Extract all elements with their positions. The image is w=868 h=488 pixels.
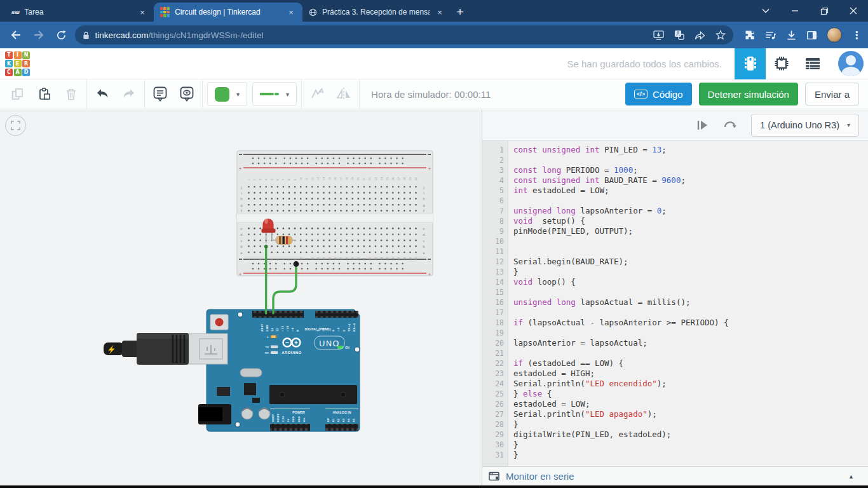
- power-header[interactable]: [270, 424, 310, 431]
- share-icon[interactable]: [695, 30, 705, 40]
- digital-header-left[interactable]: [252, 311, 304, 318]
- close-tab-icon[interactable]: ×: [137, 8, 147, 17]
- code-line[interactable]: const long PERIODO = 1000;: [513, 165, 868, 175]
- code-line[interactable]: }: [513, 440, 868, 450]
- code-line[interactable]: if (estadoLed == LOW) {: [513, 358, 868, 369]
- browser-tab-tinkercad[interactable]: Circuit design | Tinkercad ×: [154, 3, 302, 22]
- browser-profile-avatar[interactable]: [827, 27, 842, 43]
- code-line[interactable]: Serial.println("LED encendido");: [513, 379, 868, 389]
- notes-button[interactable]: [149, 83, 171, 105]
- tab-search-chevron-icon[interactable]: [751, 0, 780, 22]
- tinkercad-profile-avatar[interactable]: [838, 51, 864, 76]
- code-line[interactable]: estadoLed = HIGH;: [513, 369, 868, 379]
- serial-monitor-label: Monitor en serie: [506, 471, 574, 482]
- copy-button[interactable]: [7, 83, 29, 105]
- install-app-icon[interactable]: [653, 30, 664, 40]
- board-selector-dropdown[interactable]: 1 (Arduino Uno R3) ▾: [751, 114, 859, 137]
- redo-button[interactable]: [118, 83, 140, 105]
- translate-icon[interactable]: A: [674, 30, 684, 40]
- code-line[interactable]: [513, 236, 868, 247]
- analog-header[interactable]: [325, 424, 358, 431]
- circuit-canvas[interactable]: + + + + jjiihhggffeeddccbbaa112233445566…: [0, 109, 482, 485]
- code-button[interactable]: </> Código: [625, 83, 692, 105]
- reload-icon[interactable]: [52, 25, 71, 44]
- close-window-icon[interactable]: [839, 0, 868, 22]
- code-line[interactable]: [513, 287, 868, 297]
- restore-window-icon[interactable]: [810, 0, 839, 22]
- expand-monitor-icon[interactable]: ▲: [848, 473, 854, 480]
- code-line[interactable]: [513, 308, 868, 318]
- rotate-button[interactable]: [306, 83, 328, 105]
- bookmark-star-icon[interactable]: [715, 30, 726, 40]
- side-panel-icon[interactable]: [806, 30, 817, 40]
- breadboard-view-button[interactable]: [735, 48, 766, 79]
- media-controls-icon[interactable]: [765, 30, 776, 40]
- forward-icon[interactable]: [29, 25, 48, 44]
- component-color-dropdown[interactable]: ▾: [207, 82, 247, 106]
- line-number: 25: [482, 389, 508, 399]
- code-line[interactable]: if (lapsoActual - lapsoAnterior >= PERIO…: [513, 318, 868, 328]
- code-line[interactable]: }: [513, 450, 868, 460]
- line-number: 30: [482, 440, 508, 450]
- paste-button[interactable]: [34, 83, 55, 105]
- usb-cable[interactable]: [104, 333, 189, 365]
- address-bar[interactable]: tinkercad.com/things/cN1mgdrWSSm-/editel…: [75, 25, 733, 44]
- code-line[interactable]: int estadoLed = LOW;: [513, 186, 868, 196]
- browser-tab-practica[interactable]: Práctica 3. Recepción de mensaj ×: [302, 3, 451, 22]
- code-line[interactable]: const unsigned int BAUD_RATE = 9600;: [513, 175, 868, 186]
- code-line[interactable]: void setup() {: [513, 216, 868, 226]
- code-line[interactable]: Serial.println("LED apagado");: [513, 409, 868, 419]
- code-editor[interactable]: 1234567891011121314151617181920212223242…: [482, 141, 868, 466]
- toggle-notes-visibility-button[interactable]: [176, 83, 198, 105]
- stop-simulation-button[interactable]: Detener simulación: [699, 83, 798, 105]
- code-lines[interactable]: const unsigned int PIN_LED = 13;const lo…: [508, 141, 868, 466]
- rail-connection-dot[interactable]: [294, 261, 299, 267]
- restart-loop-icon[interactable]: [723, 119, 737, 131]
- svg-text:2: 2: [253, 259, 256, 261]
- svg-text:~3: ~3: [337, 327, 340, 332]
- mirror-flip-button[interactable]: [333, 83, 355, 105]
- code-line[interactable]: [513, 196, 868, 206]
- close-tab-icon[interactable]: ×: [435, 8, 445, 17]
- zoom-to-fit-button[interactable]: [5, 115, 26, 136]
- code-line[interactable]: const unsigned int PIN_LED = 13;: [513, 145, 868, 155]
- downloads-icon[interactable]: [786, 30, 797, 41]
- schematic-view-button[interactable]: [766, 48, 797, 79]
- component-list-view-button[interactable]: [797, 48, 828, 79]
- code-line[interactable]: } else {: [513, 389, 868, 399]
- browser-menu-icon[interactable]: ⋮: [851, 29, 862, 41]
- browser-tab-tarea[interactable]: msi Tarea ×: [5, 3, 154, 22]
- wire-style-dropdown[interactable]: ▾: [252, 82, 297, 106]
- code-line[interactable]: }: [513, 419, 868, 430]
- delete-button[interactable]: [60, 83, 82, 105]
- code-line[interactable]: estadoLed = LOW;: [513, 399, 868, 409]
- code-line[interactable]: [513, 328, 868, 338]
- code-line[interactable]: unsigned long lapsoAnterior = 0;: [513, 206, 868, 216]
- new-tab-button[interactable]: +: [451, 3, 469, 21]
- code-line[interactable]: pinMode(PIN_LED, OUTPUT);: [513, 226, 868, 236]
- debug-step-icon[interactable]: [696, 119, 709, 131]
- arduino-uno[interactable]: L TX RX ON UNO ARDUINO: [188, 309, 360, 431]
- back-icon[interactable]: [6, 25, 25, 44]
- close-tab-icon[interactable]: ×: [286, 8, 296, 17]
- send-to-button[interactable]: Enviar a: [805, 83, 859, 105]
- code-line[interactable]: Serial.begin(BAUD_RATE);: [513, 257, 868, 267]
- code-line[interactable]: unsigned long lapsoActual = millis();: [513, 297, 868, 308]
- reset-button[interactable]: [210, 315, 228, 330]
- minimize-window-icon[interactable]: [780, 0, 810, 22]
- code-line[interactable]: digitalWrite(PIN_LED, estadoLed);: [513, 430, 868, 440]
- code-line[interactable]: [513, 247, 868, 257]
- wire-endpoint[interactable]: [264, 245, 268, 248]
- undo-button[interactable]: [92, 83, 113, 105]
- lock-icon[interactable]: [83, 31, 90, 39]
- code-line[interactable]: void loop() {: [513, 277, 868, 287]
- code-line[interactable]: [513, 348, 868, 358]
- code-line[interactable]: lapsoAnterior = lapsoActual;: [513, 338, 868, 348]
- tinkercad-logo[interactable]: TINKERCAD: [5, 51, 30, 76]
- svg-text:22: 22: [368, 257, 371, 261]
- code-line[interactable]: [513, 155, 868, 165]
- serial-monitor-bar[interactable]: Monitor en serie ▲: [482, 466, 868, 485]
- extensions-puzzle-icon[interactable]: [745, 30, 756, 41]
- code-line[interactable]: }: [513, 267, 868, 277]
- digital-header-right[interactable]: [315, 311, 358, 318]
